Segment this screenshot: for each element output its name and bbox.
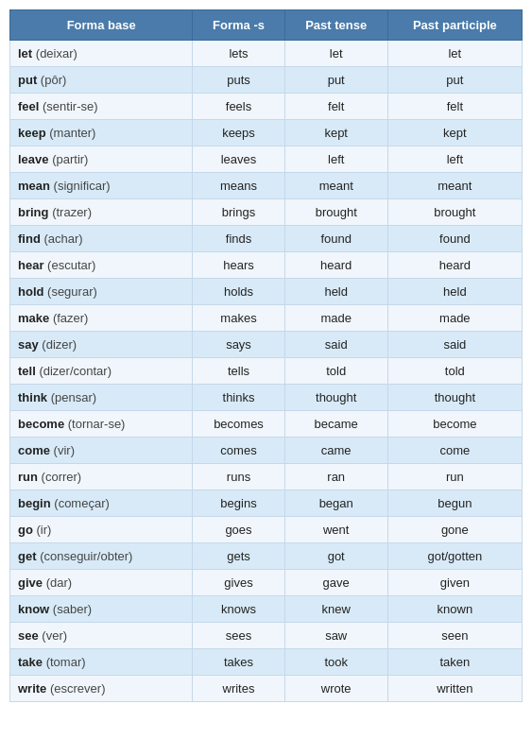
cell-base: go (ir) xyxy=(10,517,193,543)
cell-past-tense: put xyxy=(284,67,387,94)
cell-forma-s: begins xyxy=(193,490,284,517)
table-row: write (escrever)writeswrotewritten xyxy=(10,676,523,702)
header-forma-s: Forma -s xyxy=(193,10,284,41)
cell-past-tense: knew xyxy=(284,596,387,623)
cell-past-participle: held xyxy=(387,279,522,305)
table-row: become (tornar-se)becomesbecamebecome xyxy=(10,411,523,438)
cell-forma-s: gets xyxy=(193,543,284,570)
cell-past-tense: went xyxy=(284,517,387,543)
cell-past-tense: left xyxy=(284,146,387,173)
table-row: say (dizer)sayssaidsaid xyxy=(10,332,523,358)
cell-base: hold (segurar) xyxy=(10,279,193,305)
cell-forma-s: finds xyxy=(193,226,284,252)
cell-past-participle: given xyxy=(387,570,522,596)
cell-past-participle: come xyxy=(387,438,522,464)
cell-base: find (achar) xyxy=(10,226,193,252)
cell-past-tense: heard xyxy=(284,252,387,279)
cell-past-participle: seen xyxy=(387,623,522,649)
cell-forma-s: lets xyxy=(193,41,284,67)
cell-base: give (dar) xyxy=(10,570,193,596)
table-row: see (ver)seessawseen xyxy=(10,623,523,649)
table-row: make (fazer)makesmademade xyxy=(10,305,523,332)
cell-past-tense: thought xyxy=(284,385,387,411)
cell-past-participle: written xyxy=(387,676,522,702)
cell-past-participle: told xyxy=(387,358,522,385)
table-row: begin (começar)beginsbeganbegun xyxy=(10,490,523,517)
cell-past-participle: meant xyxy=(387,173,522,199)
cell-forma-s: writes xyxy=(193,676,284,702)
cell-past-tense: told xyxy=(284,358,387,385)
table-header-row: Forma base Forma -s Past tense Past part… xyxy=(10,10,523,41)
cell-past-tense: ran xyxy=(284,464,387,490)
table-row: leave (partir)leavesleftleft xyxy=(10,146,523,173)
cell-forma-s: says xyxy=(193,332,284,358)
cell-base: run (correr) xyxy=(10,464,193,490)
cell-past-tense: gave xyxy=(284,570,387,596)
header-past-tense: Past tense xyxy=(284,10,387,41)
cell-past-participle: taken xyxy=(387,649,522,676)
cell-past-participle: felt xyxy=(387,94,522,120)
cell-base: come (vir) xyxy=(10,438,193,464)
cell-base: take (tomar) xyxy=(10,649,193,676)
table-row: hold (segurar)holdsheldheld xyxy=(10,279,523,305)
table-row: tell (dizer/contar)tellstoldtold xyxy=(10,358,523,385)
table-row: think (pensar)thinksthoughtthought xyxy=(10,385,523,411)
cell-past-participle: put xyxy=(387,67,522,94)
cell-base: leave (partir) xyxy=(10,146,193,173)
cell-past-participle: gone xyxy=(387,517,522,543)
cell-past-tense: said xyxy=(284,332,387,358)
cell-past-participle: got/gotten xyxy=(387,543,522,570)
table-row: feel (sentir-se)feelsfeltfelt xyxy=(10,94,523,120)
table-row: give (dar)givesgavegiven xyxy=(10,570,523,596)
cell-forma-s: feels xyxy=(193,94,284,120)
cell-base: begin (começar) xyxy=(10,490,193,517)
cell-forma-s: goes xyxy=(193,517,284,543)
table-row: let (deixar)letsletlet xyxy=(10,41,523,67)
cell-past-tense: held xyxy=(284,279,387,305)
cell-past-tense: began xyxy=(284,490,387,517)
table-row: go (ir)goeswentgone xyxy=(10,517,523,543)
cell-forma-s: comes xyxy=(193,438,284,464)
cell-forma-s: tells xyxy=(193,358,284,385)
cell-past-participle: thought xyxy=(387,385,522,411)
cell-past-tense: brought xyxy=(284,199,387,226)
cell-forma-s: brings xyxy=(193,199,284,226)
cell-base: feel (sentir-se) xyxy=(10,94,193,120)
verb-table: Forma base Forma -s Past tense Past part… xyxy=(9,9,523,702)
table-row: keep (manter)keepskeptkept xyxy=(10,120,523,146)
cell-past-participle: let xyxy=(387,41,522,67)
cell-base: think (pensar) xyxy=(10,385,193,411)
cell-base: put (pôr) xyxy=(10,67,193,94)
cell-base: tell (dizer/contar) xyxy=(10,358,193,385)
cell-base: let (deixar) xyxy=(10,41,193,67)
table-row: mean (significar)meansmeantmeant xyxy=(10,173,523,199)
cell-past-participle: heard xyxy=(387,252,522,279)
cell-past-participle: found xyxy=(387,226,522,252)
cell-past-participle: run xyxy=(387,464,522,490)
cell-base: write (escrever) xyxy=(10,676,193,702)
cell-forma-s: means xyxy=(193,173,284,199)
cell-past-participle: known xyxy=(387,596,522,623)
cell-past-tense: came xyxy=(284,438,387,464)
cell-past-tense: saw xyxy=(284,623,387,649)
cell-base: keep (manter) xyxy=(10,120,193,146)
cell-forma-s: puts xyxy=(193,67,284,94)
cell-forma-s: thinks xyxy=(193,385,284,411)
cell-base: get (conseguir/obter) xyxy=(10,543,193,570)
cell-base: make (fazer) xyxy=(10,305,193,332)
table-row: get (conseguir/obter)getsgotgot/gotten xyxy=(10,543,523,570)
header-forma-base: Forma base xyxy=(10,10,193,41)
cell-past-participle: made xyxy=(387,305,522,332)
cell-past-tense: kept xyxy=(284,120,387,146)
cell-forma-s: becomes xyxy=(193,411,284,438)
table-row: come (vir)comescamecome xyxy=(10,438,523,464)
cell-past-tense: wrote xyxy=(284,676,387,702)
table-row: put (pôr)putsputput xyxy=(10,67,523,94)
cell-base: hear (escutar) xyxy=(10,252,193,279)
table-row: take (tomar)takestooktaken xyxy=(10,649,523,676)
cell-past-tense: meant xyxy=(284,173,387,199)
cell-forma-s: hears xyxy=(193,252,284,279)
cell-past-tense: became xyxy=(284,411,387,438)
cell-past-participle: become xyxy=(387,411,522,438)
cell-past-tense: let xyxy=(284,41,387,67)
